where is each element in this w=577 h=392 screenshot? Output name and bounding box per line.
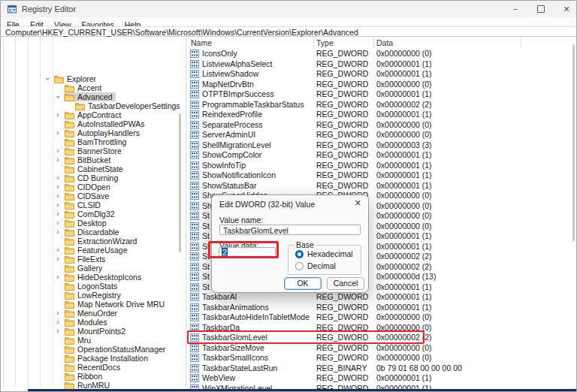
registry-value-row-serveradminui[interactable]: ServerAdminUIREG_DWORD0x00000000 (0) bbox=[186, 130, 572, 140]
maximize-icon[interactable] bbox=[531, 3, 551, 15]
registry-value-row-shellmigrationlevel[interactable]: ShellMigrationLevelREG_DWORD0x00000003 (… bbox=[186, 140, 572, 151]
tree-item-bitbucket[interactable]: ›BitBucket bbox=[1, 155, 184, 164]
tree-item-desktop[interactable]: ›Desktop bbox=[1, 219, 184, 228]
registry-value-row-listviewshadow[interactable]: ListviewShadowREG_DWORD0x00000001 (1) bbox=[186, 69, 572, 80]
registry-value-row-showcompcolor[interactable]: ShowCompColorREG_DWORD0x00000001 (1) bbox=[186, 150, 572, 161]
tree-item-accent[interactable]: Accent bbox=[1, 83, 184, 92]
registry-value-row-showinfotip[interactable]: ShowInfoTipREG_DWORD0x00000001 (1) bbox=[186, 161, 572, 171]
cancel-button[interactable]: Cancel bbox=[327, 277, 364, 290]
chevron-right-icon[interactable]: › bbox=[53, 155, 62, 164]
registry-value-row-taskbarsizemove[interactable]: TaskbarSizeMoveREG_DWORD0x00000000 (0) bbox=[186, 343, 572, 354]
registry-value-row-taskbaral[interactable]: TaskbarAlREG_DWORD0x00000001 (1) bbox=[186, 292, 572, 303]
tree-item-mru[interactable]: Mru bbox=[1, 336, 184, 345]
registry-value-row-programmabletaskbarstatus[interactable]: ProgrammableTaskbarStatusREG_DWORD0x0000… bbox=[186, 100, 572, 110]
registry-value-row-shownotificationicon[interactable]: ShowNotificationIconREG_DWORD0x00000001 … bbox=[186, 170, 572, 181]
column-divider[interactable] bbox=[313, 38, 314, 47]
chevron-down-icon[interactable]: › bbox=[43, 74, 52, 83]
window-titlebar[interactable]: Registry Editor – ✕ bbox=[1, 1, 576, 17]
tree-item-menuorder[interactable]: ›MenuOrder bbox=[1, 309, 184, 318]
tree-item-gallery[interactable]: Gallery bbox=[1, 264, 184, 273]
address-bar[interactable]: Computer\HKEY_CURRENT_USER\Software\Micr… bbox=[1, 26, 576, 37]
column-divider[interactable] bbox=[521, 38, 521, 47]
chevron-right-icon[interactable]: › bbox=[53, 327, 62, 336]
tree-item-recentdocs[interactable]: RecentDocs bbox=[1, 363, 184, 372]
registry-value-row-taskbarstatelastrun[interactable]: TaskbarStateLastRunREG_BINARY0b 79 01 68… bbox=[186, 363, 572, 374]
tree-item-autoinstalledpwas[interactable]: AutoInstalledPWAs bbox=[1, 119, 184, 128]
tree-item-comdlg32[interactable]: ›ComDlg32 bbox=[1, 210, 184, 219]
tree-item-advanced[interactable]: ›Advanced bbox=[1, 92, 184, 101]
column-header-data[interactable]: Data bbox=[376, 38, 393, 47]
tree-item-discardable[interactable]: ›Discardable bbox=[1, 228, 184, 237]
chevron-right-icon[interactable]: › bbox=[53, 318, 62, 327]
list-scrollbar-thumb[interactable] bbox=[572, 44, 575, 241]
folder-icon bbox=[65, 138, 74, 146]
chevron-right-icon[interactable]: › bbox=[53, 201, 62, 210]
tree-item-cidsave[interactable]: ›CIDSave bbox=[1, 191, 184, 201]
chevron-right-icon[interactable]: › bbox=[53, 182, 62, 191]
tree-item-appcontract[interactable]: ›AppContract bbox=[1, 110, 184, 119]
registry-value-row-taskbarautohideintabletmode[interactable]: TaskbarAutoHideInTabletModeREG_DWORD0x00… bbox=[186, 312, 572, 323]
panel-divider[interactable] bbox=[186, 37, 186, 387]
radio-selected-icon[interactable] bbox=[295, 250, 304, 258]
tree-item-bannerstore[interactable]: ›BannerStore bbox=[1, 146, 184, 155]
value-data: 0x00000000 (0) bbox=[376, 191, 432, 201]
registry-value-row-taskbaranimations[interactable]: TaskbarAnimationsREG_DWORD0x00000001 (1) bbox=[186, 303, 572, 313]
tree-item-hidedesktopicons[interactable]: ›HideDesktopIcons bbox=[1, 273, 184, 282]
tree-item-logonstats[interactable]: LogonStats bbox=[1, 282, 184, 291]
radio-unselected-icon[interactable] bbox=[295, 262, 304, 270]
value-name-field[interactable]: TaskbarGlomLevel bbox=[219, 225, 361, 235]
tree-item-extractionwizard[interactable]: ExtractionWizard bbox=[1, 237, 184, 246]
tree-item-lowregistry[interactable]: LowRegistry bbox=[1, 291, 184, 300]
chevron-right-icon[interactable]: › bbox=[53, 128, 62, 137]
value-data: 0x00000000 (0) bbox=[376, 201, 432, 212]
minimize-icon[interactable]: – bbox=[506, 3, 525, 15]
close-icon[interactable]: ✕ bbox=[557, 3, 576, 15]
chevron-down-icon[interactable]: › bbox=[53, 92, 62, 101]
tree-item-explorer[interactable]: ›Explorer bbox=[1, 74, 184, 83]
chevron-right-icon[interactable]: › bbox=[53, 273, 62, 282]
chevron-right-icon[interactable]: › bbox=[53, 191, 62, 201]
radio-hexadecimal[interactable]: Hexadecimal bbox=[295, 249, 353, 258]
tree-item-mountpoints2[interactable]: ›MountPoints2 bbox=[1, 327, 184, 336]
column-header-name[interactable]: Name bbox=[191, 38, 212, 47]
registry-value-row-iconsonly[interactable]: IconsOnlyREG_DWORD0x00000000 (0) bbox=[186, 49, 572, 59]
tree-item-fileexts[interactable]: ›FileExts bbox=[1, 255, 184, 264]
tree-item-taskbardevelopersettings[interactable]: TaskbarDeveloperSettings bbox=[1, 101, 184, 110]
chevron-right-icon[interactable]: › bbox=[53, 309, 62, 318]
tree-item-cabinetstate[interactable]: CabinetState bbox=[1, 164, 184, 173]
tree-scrollbar-thumb[interactable] bbox=[179, 113, 181, 252]
tree-item-autoplayhandlers[interactable]: ›AutoplayHandlers bbox=[1, 128, 184, 137]
folder-icon bbox=[65, 174, 74, 182]
chevron-right-icon[interactable]: › bbox=[53, 255, 62, 264]
tree-item-cidopen[interactable]: ›CIDOpen bbox=[1, 182, 184, 191]
chevron-right-icon[interactable]: › bbox=[53, 210, 62, 219]
tree-item-modules[interactable]: ›Modules bbox=[1, 318, 184, 327]
chevron-right-icon[interactable]: › bbox=[53, 146, 62, 155]
tree-item-operationstatusmanager[interactable]: OperationStatusManager bbox=[1, 345, 184, 354]
tree-item-clsid[interactable]: ›CLSID bbox=[1, 201, 184, 210]
tree-item-ribbon[interactable]: Ribbon bbox=[1, 372, 184, 381]
registry-value-row-showstatusbar[interactable]: ShowStatusBarREG_DWORD0x00000001 (1) bbox=[186, 181, 572, 191]
column-header-type[interactable]: Type bbox=[316, 38, 334, 47]
registry-value-row-reindexedprofile[interactable]: ReindexedProfileREG_DWORD0x00000001 (1) bbox=[186, 110, 572, 120]
chevron-right-icon[interactable]: › bbox=[53, 246, 62, 255]
registry-value-row-otptbimprsuccess[interactable]: OTPTBImprSuccessREG_DWORD0x00000001 (1) bbox=[186, 89, 572, 100]
tree-item-bamthrottling[interactable]: BamThrottling bbox=[1, 137, 184, 146]
registry-value-row-webview[interactable]: WebViewREG_DWORD0x00000001 (1) bbox=[186, 373, 572, 384]
chevron-right-icon[interactable]: › bbox=[53, 173, 62, 182]
chevron-right-icon[interactable]: › bbox=[53, 219, 62, 228]
tree-item-map-network-drive-mru[interactable]: Map Network Drive MRU bbox=[1, 300, 184, 309]
chevron-right-icon[interactable]: › bbox=[53, 110, 62, 119]
tree-item-package-installation[interactable]: Package Installation bbox=[1, 354, 184, 363]
chevron-right-icon[interactable]: › bbox=[53, 228, 62, 237]
dialog-close-icon[interactable]: ✕ bbox=[355, 198, 361, 208]
tree-item-featureusage[interactable]: ›FeatureUsage bbox=[1, 246, 184, 255]
registry-value-row-separateprocess[interactable]: SeparateProcessREG_DWORD0x00000000 (0) bbox=[186, 120, 572, 131]
tree-item-cd-burning[interactable]: ›CD Burning bbox=[1, 173, 184, 182]
registry-value-row-taskbarsmallicons[interactable]: TaskbarSmallIconsREG_DWORD0x00000000 (0) bbox=[186, 353, 572, 363]
radio-decimal[interactable]: Decimal bbox=[295, 261, 336, 270]
ok-button[interactable]: OK bbox=[284, 277, 322, 290]
column-divider[interactable] bbox=[373, 38, 374, 47]
registry-value-row-mapnetdrvbtn[interactable]: MapNetDrvBtnREG_DWORD0x00000000 (0) bbox=[186, 80, 572, 90]
registry-value-row-listviewalphaselect[interactable]: ListviewAlphaSelectREG_DWORD0x00000001 (… bbox=[186, 59, 572, 70]
